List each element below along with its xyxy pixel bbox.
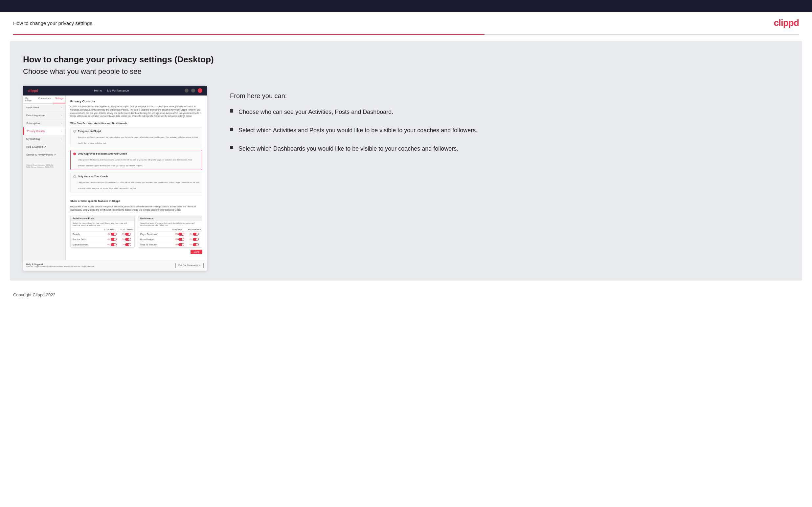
mock-sidebar-golfbag[interactable]: My Golf Bag ›: [23, 135, 65, 143]
mock-sidebar-data[interactable]: Data Integrations ›: [23, 112, 65, 119]
mock-toggle-practice-coaches[interactable]: [111, 238, 117, 241]
mock-sidebar-tabs: My Profile Connections Settings: [23, 96, 65, 104]
mock-nav-performance: My Performance: [107, 89, 129, 92]
mock-privacy-desc: Control how you and your data appears to…: [70, 105, 202, 118]
info-panel-title: From here you can:: [230, 92, 789, 100]
bullet-item-1: Choose who can see your Activities, Post…: [230, 108, 789, 116]
mock-toggle-playerdash-followers[interactable]: [193, 233, 199, 236]
mock-help-section: Help & Support Visit our Clippd communit…: [23, 260, 207, 271]
bullet-text-1: Choose who can see your Activities, Post…: [239, 108, 393, 116]
mock-version-text: Clippd Client Version: 2022.8.2SQL Serve…: [23, 161, 65, 171]
mock-activities-desc: Select the types of activity that you'd …: [70, 221, 134, 227]
mock-toggle-practice-followers[interactable]: [125, 238, 131, 241]
mock-radio-circle-coachonly: [73, 175, 76, 178]
mock-tab-settings[interactable]: Settings: [53, 96, 65, 103]
mock-save-row: Save: [70, 248, 202, 256]
mock-row-practice: Practice Drills ON ON: [70, 237, 134, 242]
mock-tab-connections[interactable]: Connections: [37, 96, 53, 103]
mock-row-manual: Manual Activities ON ON: [70, 242, 134, 247]
mock-body: My Profile Connections Settings My Accou…: [23, 96, 207, 260]
mock-toggle-whattodo-followers[interactable]: [193, 243, 199, 246]
mock-radio-followers[interactable]: Only Approved Followers and Your Coach O…: [70, 150, 202, 170]
bullet-text-3: Select which Dashboards you would like t…: [239, 145, 458, 153]
mock-show-hide-title: Show or hide specific features in Clippd: [70, 200, 202, 203]
bullet-list: Choose who can see your Activities, Post…: [230, 108, 789, 153]
mock-help-title: Help & Support: [26, 263, 95, 266]
footer: Copyright Clippd 2022: [0, 287, 812, 302]
mock-visit-community-button[interactable]: Visit Our Community ↗: [175, 263, 204, 268]
mock-sidebar: My Profile Connections Settings My Accou…: [23, 96, 66, 260]
mock-sidebar-privacy-policy[interactable]: Service & Privacy Policy ↗: [23, 151, 65, 159]
mock-who-can-see-title: Who Can See Your Activities and Dashboar…: [70, 122, 202, 125]
info-panel: From here you can: Choose who can see yo…: [220, 86, 789, 153]
mock-toggle-rounds-coaches[interactable]: [111, 233, 117, 236]
mock-tab-profile[interactable]: My Profile: [23, 96, 37, 103]
mock-chevron-icon: ›: [61, 130, 62, 132]
mock-dashboards-table: Dashboards Select the types of activity …: [138, 216, 202, 248]
two-column-layout: clippd Home My Performance My Profile: [23, 86, 789, 271]
mock-nav: Home My Performance: [94, 89, 129, 92]
bullet-square-3: [230, 146, 233, 149]
mock-radio-circle-followers: [73, 153, 76, 155]
mock-sidebar-subscription[interactable]: Subscription ›: [23, 119, 65, 127]
mock-col-headers-activities: COACHES FOLLOWERS: [70, 227, 134, 232]
mock-sidebar-privacy[interactable]: Privacy Controls ›: [23, 127, 65, 135]
mock-chevron-icon: ›: [61, 137, 62, 140]
mock-radio-coachonly[interactable]: Only You and Your Coach Only you and the…: [70, 173, 202, 192]
header-divider: [13, 34, 799, 35]
mock-col-headers-dashboards: COACHES FOLLOWERS: [138, 227, 202, 232]
mock-row-what-to-work: What To Work On ON ON: [138, 242, 202, 247]
mock-header-icons: [185, 88, 202, 93]
mock-dashboards-desc: Select the types of activity that you'd …: [138, 221, 202, 227]
bullet-item-2: Select which Activities and Posts you wo…: [230, 126, 789, 134]
mock-app-header: clippd Home My Performance: [23, 86, 207, 96]
mock-radio-everyone[interactable]: Everyone on Clippd Everyone on Clippd ca…: [70, 127, 202, 147]
mock-show-hide-desc: Regardless of the privacy controls that …: [70, 205, 202, 212]
mock-privacy-title: Privacy Controls: [70, 100, 202, 103]
mock-chevron-icon: ›: [61, 122, 62, 125]
mock-radio-group: Everyone on Clippd Everyone on Clippd ca…: [70, 127, 202, 192]
mock-logo: clippd: [28, 89, 38, 93]
mock-nav-home: Home: [94, 89, 102, 92]
mock-search-icon: [185, 89, 189, 93]
mock-sidebar-myaccount[interactable]: My Account ›: [23, 104, 65, 112]
mock-followers-col: FOLLOWERS: [120, 228, 133, 230]
mock-toggle-whattodo-coaches[interactable]: [179, 243, 184, 246]
mock-toggle-playerdash-coaches[interactable]: [179, 233, 184, 236]
page-title: How to change your privacy settings (Des…: [23, 54, 789, 65]
mock-toggle-insights-coaches[interactable]: [179, 238, 184, 241]
mock-row-player-dashboard: Player Dashboard ON ON: [138, 232, 202, 237]
mock-toggle-insights-followers[interactable]: [193, 238, 199, 241]
mock-bell-icon: [191, 89, 195, 93]
logo: clippd: [774, 18, 799, 28]
main-content: How to change your privacy settings (Des…: [10, 41, 802, 281]
mock-chevron-icon: ›: [61, 106, 62, 109]
mock-toggle-manual-followers[interactable]: [125, 243, 131, 246]
mock-avatar-icon: [198, 88, 202, 93]
page-subtitle: Choose what you want people to see: [23, 67, 789, 76]
mock-help-desc: Visit our Clippd community to troublesho…: [26, 266, 95, 268]
screenshot-mockup: clippd Home My Performance My Profile: [23, 86, 207, 271]
bullet-item-3: Select which Dashboards you would like t…: [230, 145, 789, 153]
mock-row-rounds: Rounds ON ON: [70, 232, 134, 237]
mock-row-round-insights: Round Insights ON ON: [138, 237, 202, 242]
header-title: How to change your privacy settings: [13, 20, 92, 26]
mock-radio-circle-everyone: [73, 130, 76, 132]
copyright-text: Copyright Clippd 2022: [13, 292, 55, 297]
mock-coaches-col: COACHES: [103, 228, 115, 230]
header: How to change your privacy settings clip…: [0, 12, 812, 34]
mock-main-area: Privacy Controls Control how you and you…: [66, 96, 207, 260]
bullet-square-1: [230, 109, 233, 113]
mock-sidebar-help[interactable]: Help & Support ↗: [23, 143, 65, 151]
mock-save-button[interactable]: Save: [191, 250, 202, 254]
mock-coaches-col-dash: COACHES: [171, 228, 183, 230]
mock-activities-table: Activities and Posts Select the types of…: [70, 216, 135, 248]
mock-chevron-icon: ›: [61, 114, 62, 117]
mock-toggle-tables: Activities and Posts Select the types of…: [70, 216, 202, 248]
mock-divider: [70, 196, 202, 196]
bullet-square-2: [230, 128, 233, 131]
mock-toggle-rounds-followers[interactable]: [125, 233, 131, 236]
mock-toggle-manual-coaches[interactable]: [111, 243, 117, 246]
mock-followers-col-dash: FOLLOWERS: [188, 228, 200, 230]
mock-activities-header: Activities and Posts: [70, 216, 134, 221]
